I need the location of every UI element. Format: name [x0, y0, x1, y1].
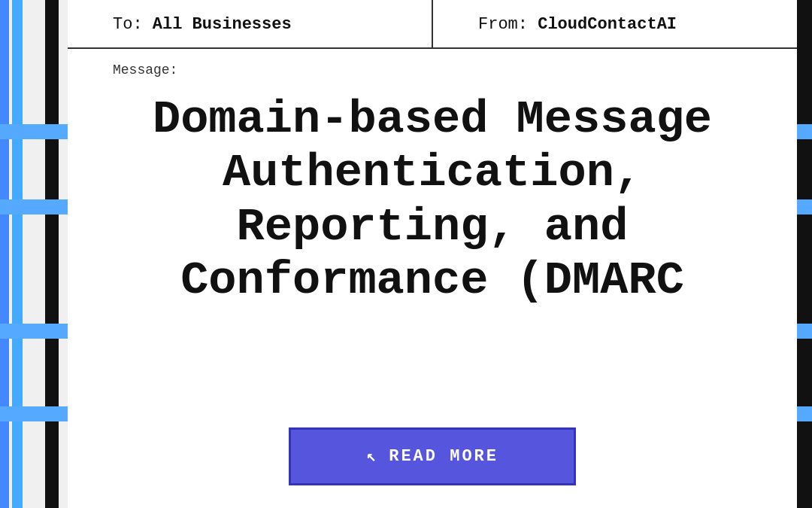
to-label: To: — [113, 15, 143, 34]
page-wrapper: To: All Businesses From: CloudContactAI … — [0, 0, 812, 508]
button-area: ↖ READ MORE — [68, 420, 797, 508]
content-card: To: All Businesses From: CloudContactAI … — [68, 0, 797, 508]
left-stripe-4 — [0, 406, 75, 421]
message-body: Domain-based Message Authentication, Rep… — [68, 85, 797, 420]
to-value: All Businesses — [153, 15, 292, 34]
message-text: Domain-based Message Authentication, Rep… — [98, 93, 767, 307]
left-black-bar — [45, 0, 59, 508]
read-more-button[interactable]: ↖ READ MORE — [289, 427, 576, 485]
header-row: To: All Businesses From: CloudContactAI — [68, 0, 797, 49]
left-stripe-1 — [0, 124, 75, 139]
read-more-label: READ MORE — [389, 447, 498, 466]
to-field: To: All Businesses — [68, 0, 433, 47]
from-field: From: CloudContactAI — [433, 0, 797, 47]
right-black-bar — [797, 0, 812, 508]
left-stripe-3 — [0, 324, 75, 339]
left-blue-bar-2 — [12, 0, 23, 508]
message-label: Message: — [68, 49, 797, 85]
from-label: From: — [478, 15, 528, 34]
cursor-icon: ↖ — [366, 446, 378, 467]
left-stripe-2 — [0, 199, 75, 214]
left-blue-bar-1 — [0, 0, 9, 508]
from-value: CloudContactAI — [538, 15, 677, 34]
